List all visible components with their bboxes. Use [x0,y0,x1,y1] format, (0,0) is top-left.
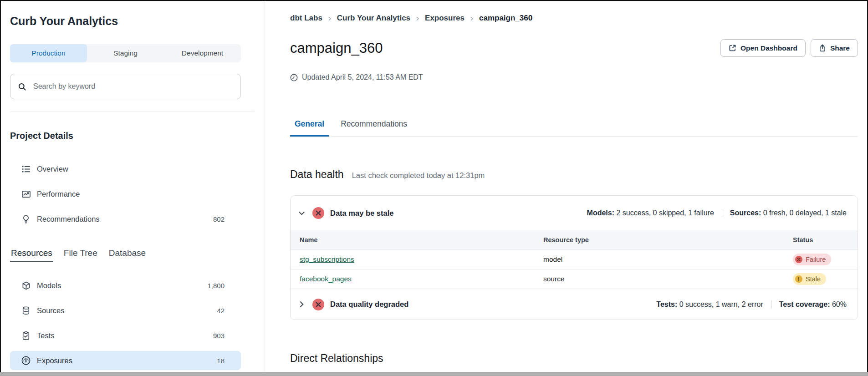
table-row: facebook_pages source Stale [291,269,858,289]
sidebar-item-sources[interactable]: Sources 42 [10,301,241,320]
tests-stat: Tests: 0 success, 1 warn, 2 error [656,300,763,309]
share-icon [819,44,826,52]
item-count: 802 [213,215,225,223]
health-group-stats: Models: 2 success, 0 skipped, 1 failure … [587,209,847,217]
health-group-stats: Tests: 0 success, 1 warn, 2 error Test c… [656,300,847,309]
breadcrumb-project[interactable]: Curb Your Analytics [337,14,410,23]
project-details-nav: Overview Performance Recommendations 802 [10,159,241,229]
tab-recommendations[interactable]: Recommendations [336,119,412,137]
sidebar-item-performance[interactable]: Performance [10,184,241,203]
cube-icon [21,281,31,290]
x-circle-icon [795,256,802,263]
sidebar-item-label: Sources [37,306,65,315]
chevron-down-icon [298,209,306,217]
status-label: Stale [806,275,821,283]
env-tab-production[interactable]: Production [10,44,87,62]
project-title: Curb Your Analytics [10,15,241,27]
item-count: 42 [217,307,225,315]
sidebar-item-overview[interactable]: Overview [10,159,241,178]
stat-label: Tests: [656,300,677,308]
expand-group-button[interactable] [298,300,309,308]
resources-nav: Models 1,800 Sources 42 Tests 903 [10,276,241,370]
data-health-header: Data health Last check completed today a… [290,168,858,180]
main-content: dbt Labs Curb Your Analytics Exposures c… [265,1,867,376]
search-icon [18,82,26,91]
stat-label: Test coverage: [779,300,830,308]
stat-value: 0 fresh, 0 delayed, 1 stale [763,209,847,217]
stat-label: Models: [587,209,614,217]
clipboard-check-icon [21,331,31,340]
sidebar-item-label: Tests [37,331,55,340]
x-circle-icon [312,207,324,219]
sidebar-item-tests[interactable]: Tests 903 [10,326,241,345]
direct-relationships-title: Direct Relationships [290,352,858,365]
stat-label: Sources: [730,209,761,217]
resource-link-facebook-pages[interactable]: facebook_pages [300,275,352,283]
status-badge-failure: Failure [793,254,831,265]
data-health-card: Data may be stale Models: 2 success, 0 s… [290,195,858,320]
sidebar-item-models[interactable]: Models 1,800 [10,276,241,295]
resource-link-stg-subscriptions[interactable]: stg_subscriptions [300,255,354,263]
sidebar-item-label: Overview [37,165,68,173]
database-icon [21,306,31,315]
open-dashboard-label: Open Dashboard [740,44,797,52]
title-row: campaign_360 Open Dashboard Share [290,39,858,57]
line-chart-icon [21,190,31,198]
breadcrumb-current: campaign_360 [479,14,532,23]
env-tab-staging[interactable]: Staging [87,44,164,62]
tab-database[interactable]: Database [108,248,147,262]
chevron-right-icon [415,16,420,21]
health-group-quality[interactable]: Data quality degraded Tests: 0 success, … [291,289,858,320]
share-label: Share [830,44,850,52]
gauge-icon [21,356,31,365]
page-actions: Open Dashboard Share [720,39,858,57]
health-group-title: Data quality degraded [330,300,408,309]
chevron-right-icon [469,16,475,21]
data-health-subtitle: Last check completed today at 12:31pm [352,171,485,180]
sidebar-item-label: Recommendations [37,215,100,224]
stale-resources-table: Name Resource type Status stg_subscripti… [291,230,858,289]
x-circle-icon [312,299,324,310]
status-label: Failure [806,256,826,263]
stat-value: 0 success, 1 warn, 2 error [679,300,763,308]
test-coverage-stat: Test coverage: 60% [771,300,847,309]
column-header-resource-type: Resource type [543,230,793,250]
list-icon [21,165,31,173]
resource-type-cell: model [543,250,793,269]
chevron-right-icon [298,300,306,308]
sidebar-item-exposures[interactable]: Exposures 18 [10,351,241,370]
external-link-icon [729,44,736,52]
sidebar-item-label: Performance [37,190,80,198]
collapse-group-button[interactable] [298,209,309,217]
updated-text: Updated April 5, 2024, 11:53 AM EDT [302,73,423,81]
item-count: 18 [217,357,225,365]
open-dashboard-button[interactable]: Open Dashboard [720,39,806,57]
item-count: 903 [213,332,225,340]
updated-timestamp: Updated April 5, 2024, 11:53 AM EDT [290,73,858,81]
sidebar-item-label: Exposures [37,356,72,365]
page-title: campaign_360 [290,40,383,56]
stat-value: 2 success, 0 skipped, 1 failure [617,209,714,217]
search-box[interactable] [10,74,241,99]
share-button[interactable]: Share [811,39,858,57]
sidebar-item-recommendations[interactable]: Recommendations 802 [10,209,241,229]
tab-file-tree[interactable]: File Tree [63,248,98,262]
health-group-title: Data may be stale [330,209,393,218]
search-input[interactable] [32,82,233,91]
stat-value: 60% [832,300,847,308]
exclamation-circle-icon [795,275,802,283]
breadcrumb-dbt-labs[interactable]: dbt Labs [290,14,322,23]
tab-general[interactable]: General [290,119,329,137]
sources-stat: Sources: 0 fresh, 0 delayed, 1 stale [722,209,847,217]
item-count: 1,800 [207,282,225,290]
bottom-scrollbar[interactable] [0,372,868,376]
health-group-stale[interactable]: Data may be stale Models: 2 success, 0 s… [291,196,858,230]
column-header-name: Name [291,230,543,250]
page-tabs: General Recommendations [290,119,858,137]
resource-view-tabs: Resources File Tree Database [10,248,241,262]
env-tab-development[interactable]: Development [164,44,241,62]
sidebar-divider [10,112,255,112]
status-badge-stale: Stale [793,273,826,285]
breadcrumb-exposures[interactable]: Exposures [425,14,465,23]
tab-resources[interactable]: Resources [10,248,53,262]
